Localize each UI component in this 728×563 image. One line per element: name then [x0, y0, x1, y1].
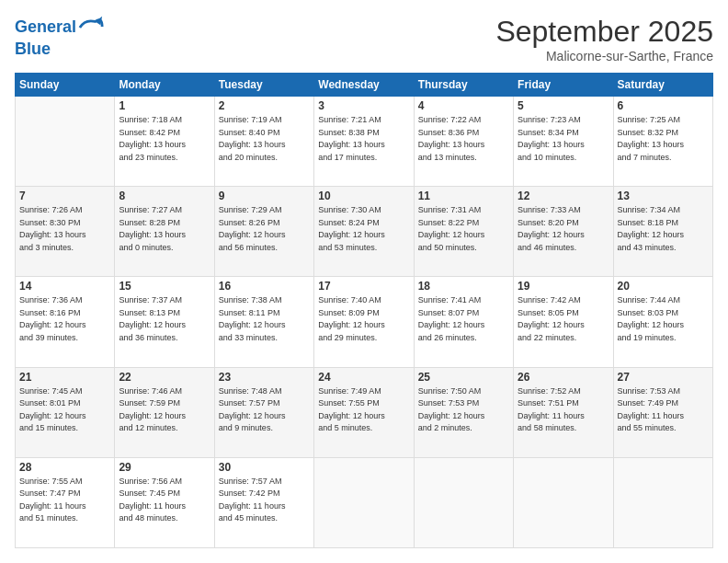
- calendar-cell: 27Sunrise: 7:53 AM Sunset: 7:49 PM Dayli…: [613, 367, 712, 457]
- calendar-cell: 6Sunrise: 7:25 AM Sunset: 8:32 PM Daylig…: [613, 97, 712, 187]
- calendar-cell: [514, 457, 613, 547]
- day-info: Sunrise: 7:19 AM Sunset: 8:40 PM Dayligh…: [219, 114, 310, 164]
- day-info: Sunrise: 7:33 AM Sunset: 8:20 PM Dayligh…: [518, 204, 609, 254]
- day-number: 30: [219, 461, 310, 474]
- calendar-cell: [613, 457, 712, 547]
- calendar-cell: 20Sunrise: 7:44 AM Sunset: 8:03 PM Dayli…: [613, 277, 712, 367]
- day-number: 5: [518, 99, 609, 112]
- weekday-header-saturday: Saturday: [613, 74, 712, 97]
- calendar-cell: 21Sunrise: 7:45 AM Sunset: 8:01 PM Dayli…: [16, 367, 115, 457]
- week-row-1: 1Sunrise: 7:18 AM Sunset: 8:42 PM Daylig…: [16, 97, 713, 187]
- day-number: 27: [618, 371, 709, 384]
- day-info: Sunrise: 7:55 AM Sunset: 7:47 PM Dayligh…: [19, 476, 110, 525]
- day-number: 8: [119, 190, 210, 202]
- calendar-cell: [16, 97, 115, 187]
- day-number: 20: [618, 280, 709, 293]
- calendar: SundayMondayTuesdayWednesdayThursdayFrid…: [15, 73, 713, 548]
- weekday-header-sunday: Sunday: [16, 74, 115, 97]
- day-number: 13: [618, 190, 709, 202]
- title-block: September 2025 Malicorne-sur-Sarthe, Fra…: [495, 15, 713, 63]
- day-info: Sunrise: 7:45 AM Sunset: 8:01 PM Dayligh…: [19, 385, 110, 435]
- calendar-cell: 10Sunrise: 7:30 AM Sunset: 8:24 PM Dayli…: [314, 187, 414, 277]
- calendar-cell: 4Sunrise: 7:22 AM Sunset: 8:36 PM Daylig…: [414, 97, 513, 187]
- weekday-header-tuesday: Tuesday: [214, 74, 313, 97]
- day-number: 26: [518, 371, 609, 384]
- day-number: 15: [119, 280, 210, 293]
- day-info: Sunrise: 7:26 AM Sunset: 8:30 PM Dayligh…: [19, 204, 110, 254]
- day-number: 23: [219, 371, 310, 384]
- logo-icon: [78, 15, 104, 40]
- calendar-cell: 11Sunrise: 7:31 AM Sunset: 8:22 PM Dayli…: [414, 187, 513, 277]
- day-info: Sunrise: 7:29 AM Sunset: 8:26 PM Dayligh…: [219, 204, 310, 254]
- calendar-cell: 26Sunrise: 7:52 AM Sunset: 7:51 PM Dayli…: [514, 367, 613, 457]
- calendar-cell: 5Sunrise: 7:23 AM Sunset: 8:34 PM Daylig…: [514, 97, 613, 187]
- day-info: Sunrise: 7:57 AM Sunset: 7:42 PM Dayligh…: [219, 476, 310, 525]
- day-number: 24: [318, 371, 409, 384]
- calendar-cell: 9Sunrise: 7:29 AM Sunset: 8:26 PM Daylig…: [214, 187, 313, 277]
- day-info: Sunrise: 7:36 AM Sunset: 8:16 PM Dayligh…: [19, 294, 110, 344]
- day-number: 7: [19, 190, 110, 202]
- calendar-cell: 29Sunrise: 7:56 AM Sunset: 7:45 PM Dayli…: [115, 457, 214, 547]
- day-info: Sunrise: 7:27 AM Sunset: 8:28 PM Dayligh…: [119, 204, 210, 254]
- day-number: 25: [418, 371, 509, 384]
- day-info: Sunrise: 7:18 AM Sunset: 8:42 PM Dayligh…: [119, 114, 210, 164]
- week-row-5: 28Sunrise: 7:55 AM Sunset: 7:47 PM Dayli…: [16, 457, 713, 547]
- day-number: 18: [418, 280, 509, 293]
- logo: General Blue: [15, 15, 104, 59]
- day-number: 9: [219, 190, 310, 202]
- day-info: Sunrise: 7:31 AM Sunset: 8:22 PM Dayligh…: [418, 204, 509, 254]
- header: General Blue September 2025 Malicorne-su…: [15, 15, 713, 63]
- weekday-header-wednesday: Wednesday: [314, 74, 414, 97]
- calendar-cell: 30Sunrise: 7:57 AM Sunset: 7:42 PM Dayli…: [214, 457, 313, 547]
- day-info: Sunrise: 7:37 AM Sunset: 8:13 PM Dayligh…: [119, 294, 210, 344]
- calendar-cell: 12Sunrise: 7:33 AM Sunset: 8:20 PM Dayli…: [514, 187, 613, 277]
- day-number: 2: [219, 99, 310, 112]
- day-number: 17: [318, 280, 409, 293]
- day-info: Sunrise: 7:40 AM Sunset: 8:09 PM Dayligh…: [318, 294, 409, 344]
- day-number: 16: [219, 280, 310, 293]
- day-info: Sunrise: 7:41 AM Sunset: 8:07 PM Dayligh…: [418, 294, 509, 344]
- day-info: Sunrise: 7:53 AM Sunset: 7:49 PM Dayligh…: [618, 385, 709, 435]
- logo-text2: Blue: [15, 40, 104, 59]
- calendar-cell: 25Sunrise: 7:50 AM Sunset: 7:53 PM Dayli…: [414, 367, 513, 457]
- weekday-header-friday: Friday: [514, 74, 613, 97]
- day-info: Sunrise: 7:42 AM Sunset: 8:05 PM Dayligh…: [518, 294, 609, 344]
- week-row-4: 21Sunrise: 7:45 AM Sunset: 8:01 PM Dayli…: [16, 367, 713, 457]
- calendar-cell: [414, 457, 513, 547]
- day-number: 22: [119, 371, 210, 384]
- day-info: Sunrise: 7:46 AM Sunset: 7:59 PM Dayligh…: [119, 385, 210, 435]
- location: Malicorne-sur-Sarthe, France: [495, 49, 713, 63]
- calendar-cell: 19Sunrise: 7:42 AM Sunset: 8:05 PM Dayli…: [514, 277, 613, 367]
- day-number: 28: [19, 461, 110, 474]
- day-number: 10: [318, 190, 409, 202]
- month-title: September 2025: [495, 15, 713, 49]
- calendar-cell: 2Sunrise: 7:19 AM Sunset: 8:40 PM Daylig…: [214, 97, 313, 187]
- day-info: Sunrise: 7:50 AM Sunset: 7:53 PM Dayligh…: [418, 385, 509, 435]
- day-number: 21: [19, 371, 110, 384]
- page: General Blue September 2025 Malicorne-su…: [0, 0, 728, 563]
- weekday-header-thursday: Thursday: [414, 74, 513, 97]
- week-row-2: 7Sunrise: 7:26 AM Sunset: 8:30 PM Daylig…: [16, 187, 713, 277]
- calendar-cell: 28Sunrise: 7:55 AM Sunset: 7:47 PM Dayli…: [16, 457, 115, 547]
- day-info: Sunrise: 7:56 AM Sunset: 7:45 PM Dayligh…: [119, 476, 210, 525]
- day-info: Sunrise: 7:25 AM Sunset: 8:32 PM Dayligh…: [618, 114, 709, 164]
- day-info: Sunrise: 7:44 AM Sunset: 8:03 PM Dayligh…: [618, 294, 709, 344]
- calendar-cell: 3Sunrise: 7:21 AM Sunset: 8:38 PM Daylig…: [314, 97, 414, 187]
- day-info: Sunrise: 7:30 AM Sunset: 8:24 PM Dayligh…: [318, 204, 409, 254]
- day-info: Sunrise: 7:38 AM Sunset: 8:11 PM Dayligh…: [219, 294, 310, 344]
- day-number: 29: [119, 461, 210, 474]
- weekday-header-monday: Monday: [115, 74, 214, 97]
- calendar-cell: 18Sunrise: 7:41 AM Sunset: 8:07 PM Dayli…: [414, 277, 513, 367]
- day-number: 3: [318, 99, 409, 112]
- logo-text: General: [15, 18, 76, 37]
- day-info: Sunrise: 7:23 AM Sunset: 8:34 PM Dayligh…: [518, 114, 609, 164]
- weekday-header-row: SundayMondayTuesdayWednesdayThursdayFrid…: [16, 74, 713, 97]
- day-number: 12: [518, 190, 609, 202]
- day-info: Sunrise: 7:21 AM Sunset: 8:38 PM Dayligh…: [318, 114, 409, 164]
- calendar-cell: 15Sunrise: 7:37 AM Sunset: 8:13 PM Dayli…: [115, 277, 214, 367]
- calendar-cell: 7Sunrise: 7:26 AM Sunset: 8:30 PM Daylig…: [16, 187, 115, 277]
- day-info: Sunrise: 7:34 AM Sunset: 8:18 PM Dayligh…: [618, 204, 709, 254]
- calendar-cell: 14Sunrise: 7:36 AM Sunset: 8:16 PM Dayli…: [16, 277, 115, 367]
- calendar-cell: 13Sunrise: 7:34 AM Sunset: 8:18 PM Dayli…: [613, 187, 712, 277]
- calendar-cell: 23Sunrise: 7:48 AM Sunset: 7:57 PM Dayli…: [214, 367, 313, 457]
